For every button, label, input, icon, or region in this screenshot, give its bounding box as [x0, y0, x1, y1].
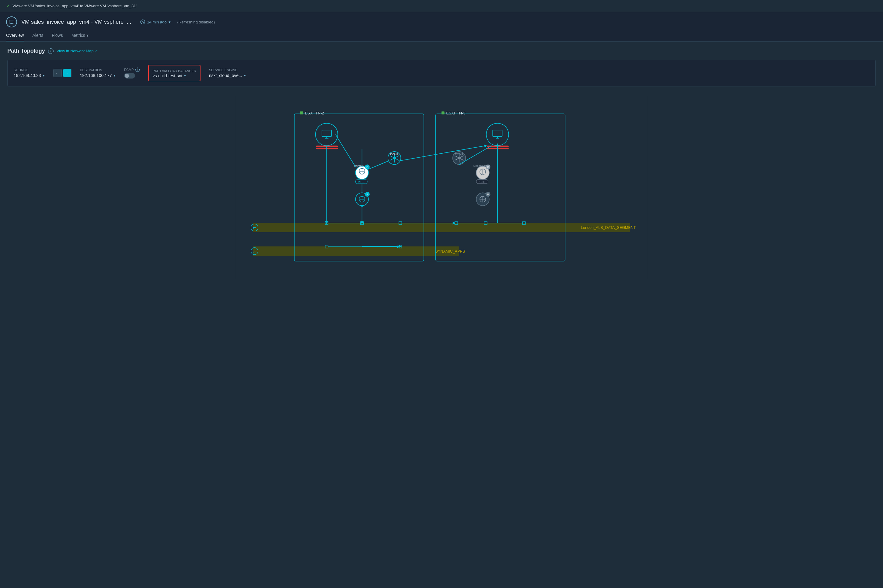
topology-diagram: London_ALB_DATA_SEGMENT DYNAMIC_APPS ⇌ ⇌…: [7, 96, 876, 280]
direction-right-button[interactable]: →: [63, 69, 72, 77]
svg-rect-9: [253, 246, 459, 256]
destination-dropdown-icon: ▾: [114, 74, 115, 78]
svg-rect-16: [300, 111, 303, 114]
header-title: VM sales_invoice_app_vm4 - VM vsphere_..…: [21, 19, 131, 25]
tab-flows[interactable]: Flows: [52, 31, 63, 41]
vm-icon: [6, 16, 17, 27]
path-via-lb-control: Path via Load Balancer vs-child-test-sni…: [148, 65, 200, 81]
svg-text:ECMP: ECMP: [455, 153, 463, 156]
section-header: Path Topology i View in Network Map ↗: [7, 48, 876, 54]
svg-rect-7: [253, 223, 630, 232]
svg-text:C: C: [366, 166, 368, 169]
tab-metrics[interactable]: Metrics ▾: [72, 31, 88, 41]
service-engine-control: Service Engine nsxt_cloud_ove... ▾: [209, 68, 246, 78]
top-bar-text: VMware VM 'sales_invoice_app_vm4' to VMw…: [12, 4, 136, 8]
service-engine-dropdown-icon: ▾: [244, 74, 246, 78]
time-dropdown-icon: ▾: [169, 20, 171, 24]
svg-text:Primary: Primary: [354, 164, 364, 167]
service-engine-label: Service Engine: [209, 68, 246, 72]
path-via-lb-label: Path via Load Balancer: [153, 69, 196, 73]
source-dropdown-icon: ▾: [43, 74, 45, 78]
source-control: Source 192.168.40.23 ▾: [14, 68, 45, 78]
page-header: VM sales_invoice_app_vm4 - VM vsphere_..…: [0, 12, 883, 42]
path-via-lb-value[interactable]: vs-child-test-sni ▾: [153, 74, 196, 78]
view-network-map-link[interactable]: View in Network Map ↗: [57, 49, 97, 53]
service-engine-value[interactable]: nsxt_cloud_ove... ▾: [209, 73, 246, 78]
tab-overview[interactable]: Overview: [6, 31, 24, 41]
check-icon: ✓: [6, 3, 10, 9]
ecmp-control: ECMP i: [124, 68, 140, 78]
svg-point-48: [486, 123, 509, 146]
svg-text:ESXi_TN-3: ESXi_TN-3: [446, 111, 465, 116]
refresh-status: (Refreshing disabled): [177, 20, 215, 24]
direction-buttons: ← →: [53, 69, 72, 77]
svg-line-5: [143, 22, 144, 22]
svg-text:⇌: ⇌: [253, 225, 256, 230]
ecmp-info-icon[interactable]: i: [135, 68, 139, 72]
external-link-icon: ↗: [95, 49, 97, 53]
svg-text:Secondary: Secondary: [474, 164, 487, 167]
source-value[interactable]: 192.168.40.23 ▾: [14, 73, 45, 78]
path-via-lb-dropdown-icon: ▾: [184, 74, 186, 78]
destination-control: Destination 192.168.100.177 ▾: [80, 68, 115, 78]
source-label: Source: [14, 68, 45, 72]
svg-text:London_ALB_DATA_SEGMENT: London_ALB_DATA_SEGMENT: [581, 225, 636, 230]
path-topology-info-icon[interactable]: i: [48, 48, 54, 54]
svg-rect-0: [9, 20, 14, 23]
svg-text:P: P: [366, 193, 368, 196]
time-label: 14 min ago: [147, 20, 166, 24]
time-selector[interactable]: 14 min ago ▾: [140, 20, 170, 24]
ecmp-toggle[interactable]: [124, 73, 140, 78]
direction-left-button[interactable]: ←: [53, 69, 62, 77]
svg-text:ECMP: ECMP: [390, 153, 399, 156]
svg-text:⇌: ⇌: [253, 249, 256, 253]
nav-tabs: Overview Alerts Flows Metrics ▾: [6, 31, 877, 41]
metrics-dropdown-icon: ▾: [86, 33, 88, 38]
destination-label: Destination: [80, 68, 115, 72]
top-notification-bar: ✓ VMware VM 'sales_invoice_app_vm4' to V…: [0, 0, 883, 12]
main-content: Path Topology i View in Network Map ↗ So…: [0, 42, 883, 588]
controls-row: Source 192.168.40.23 ▾ ← → Destination 1…: [7, 60, 876, 86]
destination-value[interactable]: 192.168.100.177 ▾: [80, 73, 115, 78]
svg-text:DYNAMIC_APPS: DYNAMIC_APPS: [435, 249, 465, 254]
svg-rect-19: [442, 111, 445, 114]
svg-text:2 S...: 2 S...: [358, 180, 364, 183]
svg-point-21: [316, 123, 338, 146]
svg-text:P: P: [487, 193, 489, 196]
section-title: Path Topology: [7, 48, 45, 54]
svg-text:ESXi_TN-2: ESXi_TN-2: [305, 111, 324, 116]
ecmp-label: ECMP: [124, 68, 134, 72]
tab-alerts[interactable]: Alerts: [32, 31, 43, 41]
svg-text:1 SE: 1 SE: [479, 180, 485, 183]
